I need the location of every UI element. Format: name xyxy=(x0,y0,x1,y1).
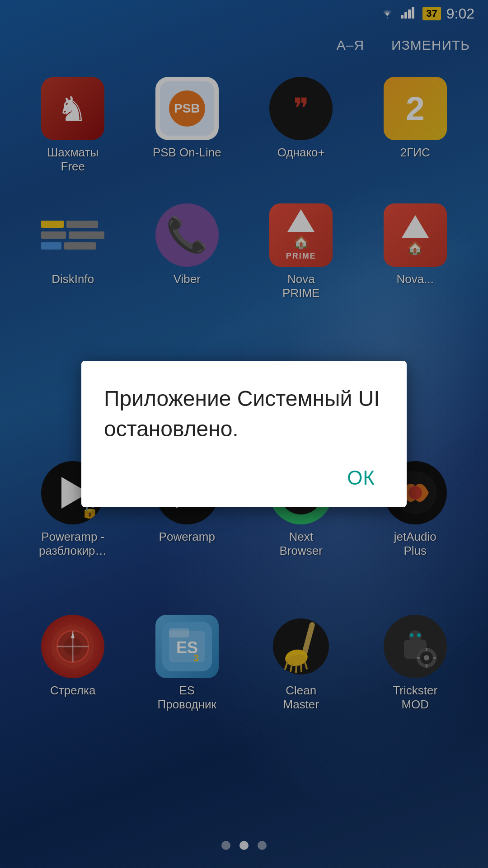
error-dialog: Приложение Системный UI остановлено. ОК xyxy=(81,361,407,507)
dialog-ok-button[interactable]: ОК xyxy=(338,462,384,494)
dialog-message: Приложение Системный UI остановлено. xyxy=(104,383,384,444)
dialog-buttons: ОК xyxy=(104,462,384,494)
dialog-overlay: Приложение Системный UI остановлено. ОК xyxy=(0,0,488,868)
screen: 37 9:02 А–Я ИЗМЕНИТЬ ♞ ШахматыFree PSB xyxy=(0,0,488,868)
